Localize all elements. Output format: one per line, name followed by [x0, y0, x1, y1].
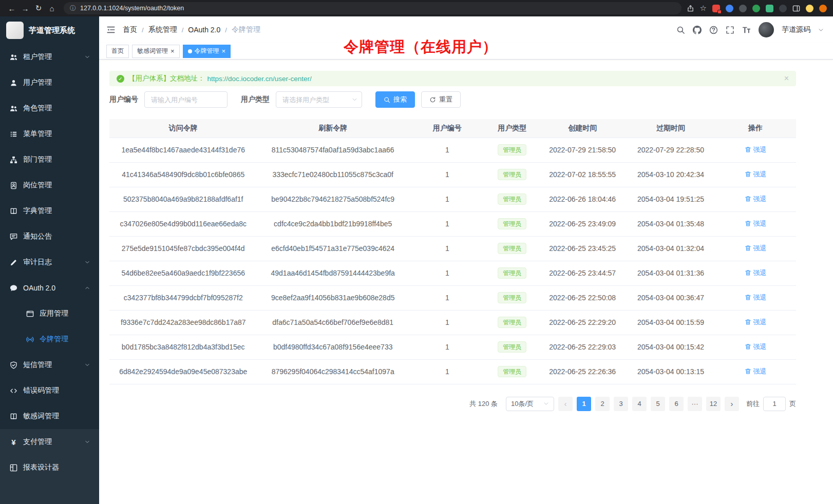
cell-created-at: 2022-06-25 23:44:57 — [539, 261, 627, 285]
page-ellipsis[interactable]: ··· — [688, 397, 702, 411]
sidebar-item-oauth2-token[interactable]: 令牌管理 — [0, 326, 99, 352]
sidebar-item-dict[interactable]: 字典管理 — [0, 198, 99, 224]
breadcrumb-item[interactable]: OAuth 2.0 — [188, 26, 220, 34]
doc-link[interactable]: https://doc.iocoder.cn/user-center/ — [207, 75, 312, 83]
page-button-1[interactable]: 1 — [577, 397, 591, 411]
tab-close-icon[interactable]: × — [222, 48, 226, 54]
sidebar-item-post[interactable]: 岗位管理 — [0, 172, 99, 198]
cell-user-id: 1 — [409, 187, 486, 211]
browser-profile-icon[interactable] — [819, 5, 827, 12]
address-bar[interactable]: ⓘ 127.0.0.1:1024/system/oauth2/token — [64, 2, 681, 14]
extension-icon-5[interactable] — [766, 5, 773, 12]
profile-avatar-icon[interactable] — [806, 5, 813, 12]
code-icon — [9, 387, 18, 395]
sidebar-toggle-icon[interactable] — [106, 25, 116, 34]
reset-button[interactable]: 重置 — [421, 91, 461, 108]
force-logout-button[interactable]: 强退 — [745, 318, 767, 327]
tab-home[interactable]: 首页 — [106, 45, 129, 58]
sidebar-item-menu[interactable]: 菜单管理 — [0, 121, 99, 147]
sidebar-item-oauth2[interactable]: OAuth 2.0 — [0, 275, 99, 301]
app-logo[interactable]: 芋道管理系统 — [0, 16, 99, 44]
tab-close-icon[interactable]: × — [171, 48, 175, 54]
github-icon[interactable] — [693, 26, 702, 34]
cell-user-type: 管理员 — [486, 162, 539, 187]
sidebar-item-report[interactable]: 报表设计器 — [0, 455, 99, 480]
trash-icon — [745, 368, 751, 375]
force-logout-button[interactable]: 强退 — [745, 268, 767, 278]
sidebar-item-audit-log[interactable]: 审计日志 — [0, 249, 99, 275]
browser-reload-icon[interactable]: ↻ — [32, 2, 45, 15]
search-button[interactable]: 搜索 — [375, 91, 415, 108]
extension-icon-6[interactable] — [779, 5, 787, 12]
prev-page-button[interactable]: ‹ — [558, 397, 573, 411]
user-name[interactable]: 芋道源码 — [782, 25, 810, 34]
extension-icon-4[interactable] — [752, 5, 760, 12]
cell-user-id: 1 — [409, 310, 486, 335]
sidebar-item-error-code[interactable]: 错误码管理 — [0, 378, 99, 403]
breadcrumb-item[interactable]: 系统管理 — [148, 25, 177, 34]
breadcrumb-item[interactable]: 首页 — [123, 25, 137, 34]
sidebar-item-sms[interactable]: 短信管理 — [0, 352, 99, 378]
page-button-5[interactable]: 5 — [651, 397, 665, 411]
sidebar-item-notice[interactable]: 通知公告 — [0, 224, 99, 249]
side-panel-icon[interactable] — [792, 5, 800, 12]
user-avatar[interactable] — [759, 22, 774, 37]
sidebar-item-oauth2-app[interactable]: 应用管理 — [0, 301, 99, 326]
alert-close-icon[interactable]: × — [784, 74, 789, 83]
cell-refresh-token: b0df4980ffd34c67a08f9156e4eee733 — [257, 335, 408, 359]
search-icon[interactable] — [676, 26, 685, 34]
sidebar-item-label: 短信管理 — [23, 360, 80, 370]
bookmark-star-icon[interactable]: ☆ — [700, 4, 707, 13]
sidebar-item-tenant[interactable]: 租户管理 — [0, 44, 99, 70]
force-logout-button[interactable]: 强退 — [745, 244, 767, 253]
list-icon — [9, 130, 18, 138]
page-button-3[interactable]: 3 — [614, 397, 628, 411]
site-info-icon[interactable]: ⓘ — [70, 4, 76, 13]
page-button-6[interactable]: 6 — [669, 397, 684, 411]
force-logout-button[interactable]: 强退 — [745, 195, 767, 204]
help-icon[interactable] — [709, 26, 718, 34]
doc-alert: ✓ 【用户体系】文档地址： https://doc.iocoder.cn/use… — [109, 71, 796, 86]
browser-forward-icon[interactable]: → — [18, 2, 32, 15]
force-logout-button[interactable]: 强退 — [745, 342, 767, 352]
page-button-4[interactable]: 4 — [632, 397, 647, 411]
goto-page-input[interactable] — [763, 397, 786, 411]
browser-home-icon[interactable]: ⌂ — [45, 2, 59, 15]
pagination: 共 120 条 10条/页 ‹ 123456···12 › 前往 页 — [109, 397, 796, 411]
extension-icon-3[interactable] — [739, 5, 747, 12]
sidebar-item-user[interactable]: 用户管理 — [0, 70, 99, 95]
sidebar-item-dept[interactable]: 部门管理 — [0, 147, 99, 172]
user-id-input[interactable] — [144, 91, 228, 108]
cell-refresh-token: 333ecfc71e02480cb11055c875c3ca0f — [257, 162, 408, 187]
next-page-button[interactable]: › — [725, 397, 739, 411]
force-logout-button[interactable]: 强退 — [745, 145, 767, 154]
cell-user-type: 管理员 — [486, 138, 539, 162]
page-size-select[interactable]: 10条/页 — [506, 397, 554, 411]
tab-sensitive-word[interactable]: 敏感词管理× — [132, 45, 180, 58]
font-size-icon[interactable] — [742, 26, 751, 34]
force-logout-button[interactable]: 强退 — [745, 367, 767, 376]
share-icon[interactable] — [687, 5, 694, 12]
page-button-12[interactable]: 12 — [706, 397, 721, 411]
browser-back-icon[interactable]: ← — [5, 2, 18, 15]
extension-icon-2[interactable] — [726, 5, 733, 12]
sidebar-item-role[interactable]: 角色管理 — [0, 95, 99, 121]
cell-user-type: 管理员 — [486, 359, 539, 384]
user-type-tag: 管理员 — [498, 267, 526, 279]
chevron-down-icon[interactable] — [818, 27, 824, 33]
fullscreen-icon[interactable] — [726, 26, 734, 34]
cell-actions: 强退 — [715, 187, 796, 211]
tab-oauth2-token[interactable]: 令牌管理× — [183, 45, 231, 58]
force-logout-button[interactable]: 强退 — [745, 219, 767, 228]
force-logout-button[interactable]: 强退 — [745, 293, 767, 302]
force-logout-button[interactable]: 强退 — [745, 170, 767, 179]
page-button-2[interactable]: 2 — [595, 397, 610, 411]
user-type-select[interactable] — [276, 91, 362, 108]
trash-icon — [745, 171, 751, 178]
user-type-select-input[interactable] — [276, 91, 362, 108]
cell-expired-at: 2054-03-04 00:15:42 — [627, 335, 715, 359]
sidebar-item-pay[interactable]: ¥支付管理 — [0, 429, 99, 455]
extension-icon-1[interactable] — [712, 5, 720, 12]
sidebar-item-label: 错误码管理 — [23, 386, 90, 395]
sidebar-item-sensitive-word[interactable]: 敏感词管理 — [0, 403, 99, 429]
